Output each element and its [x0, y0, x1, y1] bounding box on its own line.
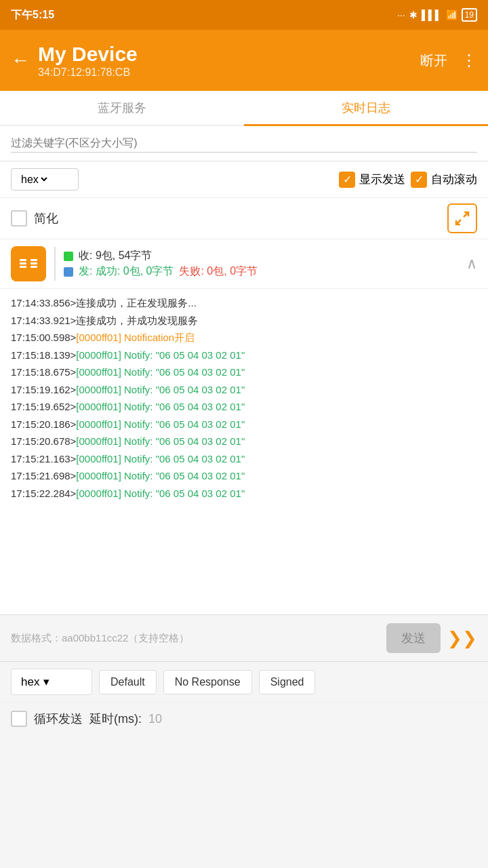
log-timestamp: 17:14:33.856> [11, 294, 76, 312]
bottom-options: hex ▾ Default No Response Signed [0, 661, 488, 702]
delay-label: 延时(ms): [89, 711, 142, 727]
log-line: 17:15:20.678> [0000ff01] Notify: "06 05 … [11, 433, 477, 450]
chevron-down-icon: ▾ [43, 675, 49, 689]
send-stat: 发: 成功: 0包, 0字节 失败: 0包, 0字节 [64, 264, 458, 279]
options-row: hex text ✓ 显示发送 ✓ 自动滚动 [0, 161, 488, 198]
send-hint: 数据格式：aa00bb11cc22（支持空格） [11, 632, 380, 645]
svg-rect-6 [30, 262, 37, 264]
back-button[interactable]: ← [11, 50, 30, 71]
log-line: 17:15:21.163> [0000ff01] Notify: "06 05 … [11, 450, 477, 468]
send-success-stat: 发: 成功: 0包, 0字节 [79, 264, 174, 279]
log-timestamp: 17:15:18.139> [11, 347, 76, 364]
tab-bluetooth-service[interactable]: 蓝牙服务 [0, 91, 244, 126]
log-timestamp: 17:15:21.163> [11, 450, 76, 468]
svg-rect-3 [20, 262, 26, 264]
loop-send-label: 循环发送 [34, 711, 83, 727]
log-timestamp: 17:15:22.284> [11, 485, 76, 502]
svg-rect-2 [20, 259, 26, 261]
log-content: [0000ff01] Notify: "06 05 04 03 02 01" [76, 416, 245, 433]
simplify-label: 简化 [34, 210, 58, 226]
log-content: [0000ff01] Notify: "06 05 04 03 02 01" [76, 347, 245, 364]
battery-icon: 19 [462, 8, 477, 22]
format-select[interactable]: hex text [11, 168, 79, 191]
tab-realtime-log[interactable]: 实时日志 [244, 91, 488, 126]
stats-divider [54, 247, 56, 281]
simplify-row: 简化 [0, 198, 488, 239]
log-line: 17:15:20.186> [0000ff01] Notify: "06 05 … [11, 416, 477, 433]
device-address: 34:D7:12:91:78:CB [38, 66, 412, 79]
log-line: 17:15:19.162> [0000ff01] Notify: "06 05 … [11, 381, 477, 399]
simplify-checkbox[interactable] [11, 210, 27, 226]
log-content: [0000ff01] Notification开启 [76, 329, 195, 347]
svg-rect-4 [20, 266, 26, 268]
show-send-checkbox-group: ✓ 显示发送 [339, 172, 405, 188]
disconnect-button[interactable]: 断开 [420, 52, 447, 70]
stats-info: 收: 9包, 54字节 发: 成功: 0包, 0字节 失败: 0包, 0字节 [64, 249, 458, 279]
log-line: 17:15:19.652> [0000ff01] Notify: "06 05 … [11, 398, 477, 416]
signal-dots-icon: ··· [397, 9, 405, 20]
show-send-label: 显示发送 [359, 172, 405, 187]
send-indicator [64, 267, 73, 277]
filter-input[interactable] [11, 134, 477, 153]
status-bar: 下午5:15 ··· ✱ ▌▌▌ 📶 19 [0, 0, 488, 30]
recv-indicator [64, 252, 73, 261]
filter-bar [0, 126, 488, 161]
wifi-icon: 📶 [446, 9, 458, 20]
checkbox-group: ✓ 显示发送 ✓ 自动滚动 [89, 172, 477, 188]
log-content: [0000ff01] Notify: "06 05 04 03 02 01" [76, 467, 245, 485]
no-response-button[interactable]: No Response [163, 670, 252, 694]
log-area: 17:14:33.856> 连接成功，正在发现服务...17:14:33.921… [0, 289, 488, 614]
status-icons: ··· ✱ ▌▌▌ 📶 19 [397, 8, 477, 22]
log-line: 17:14:33.856> 连接成功，正在发现服务... [11, 294, 477, 312]
status-time: 下午5:15 [11, 8, 54, 22]
log-content: 连接成功，并成功发现服务 [76, 312, 198, 330]
default-button[interactable]: Default [99, 670, 157, 694]
send-button[interactable]: 发送 [386, 623, 441, 653]
log-timestamp: 17:15:19.162> [11, 381, 76, 399]
log-line: 17:15:18.139> [0000ff01] Notify: "06 05 … [11, 347, 477, 364]
log-timestamp: 17:15:21.698> [11, 467, 76, 485]
svg-rect-7 [30, 266, 37, 268]
more-menu-button[interactable]: ⋮ [461, 51, 477, 70]
log-timestamp: 17:14:33.921> [11, 312, 76, 330]
loop-send-checkbox[interactable] [11, 711, 27, 727]
log-timestamp: 17:15:20.678> [11, 433, 76, 450]
log-content: [0000ff01] Notify: "06 05 04 03 02 01" [76, 381, 245, 399]
log-line: 17:15:22.284> [0000ff01] Notify: "06 05 … [11, 485, 477, 502]
loop-row: 循环发送 延时(ms): 10 [0, 702, 488, 735]
collapse-button[interactable]: ∧ [466, 255, 477, 273]
log-content: 连接成功，正在发现服务... [76, 294, 197, 312]
log-content: [0000ff01] Notify: "06 05 04 03 02 01" [76, 398, 245, 416]
log-line: 17:15:00.598> [0000ff01] Notification开启 [11, 329, 477, 347]
log-content: [0000ff01] Notify: "06 05 04 03 02 01" [76, 485, 245, 502]
svg-rect-5 [30, 259, 37, 261]
signed-button[interactable]: Signed [259, 670, 316, 694]
stats-icon [11, 246, 46, 281]
auto-scroll-checkbox[interactable]: ✓ [411, 172, 427, 188]
auto-scroll-checkbox-group: ✓ 自动滚动 [411, 172, 477, 188]
expand-button[interactable] [447, 203, 477, 233]
log-line: 17:15:21.698> [0000ff01] Notify: "06 05 … [11, 467, 477, 485]
signal-bars-icon: ▌▌▌ [422, 9, 442, 20]
simplify-left: 简化 [11, 210, 58, 226]
bluetooth-icon: ✱ [409, 9, 418, 20]
recv-stat: 收: 9包, 54字节 [64, 249, 458, 263]
delay-value: 10 [148, 712, 162, 726]
log-line: 17:15:18.675> [0000ff01] Notify: "06 05 … [11, 363, 477, 381]
log-line: 17:14:33.921> 连接成功，并成功发现服务 [11, 312, 477, 330]
log-content: [0000ff01] Notify: "06 05 04 03 02 01" [76, 363, 245, 381]
tabs: 蓝牙服务 实时日志 [0, 91, 488, 126]
log-timestamp: 17:15:19.652> [11, 398, 76, 416]
send-fail-stat: 失败: 0包, 0字节 [179, 264, 258, 279]
log-content: [0000ff01] Notify: "06 05 04 03 02 01" [76, 433, 245, 450]
stats-bar: 收: 9包, 54字节 发: 成功: 0包, 0字节 失败: 0包, 0字节 ∧ [0, 239, 488, 289]
send-area: 数据格式：aa00bb11cc22（支持空格） 发送 ❯❯ [0, 614, 488, 661]
toolbar: ← My Device 34:D7:12:91:78:CB 断开 ⋮ [0, 30, 488, 91]
toolbar-title-group: My Device 34:D7:12:91:78:CB [38, 42, 412, 79]
format-dropdown[interactable]: hex text [18, 173, 49, 186]
show-send-checkbox[interactable]: ✓ [339, 172, 355, 188]
device-name: My Device [38, 42, 412, 66]
bottom-format-select[interactable]: hex ▾ [11, 669, 92, 695]
toolbar-actions: 断开 ⋮ [420, 51, 477, 70]
scroll-bottom-button[interactable]: ❯❯ [447, 628, 477, 649]
